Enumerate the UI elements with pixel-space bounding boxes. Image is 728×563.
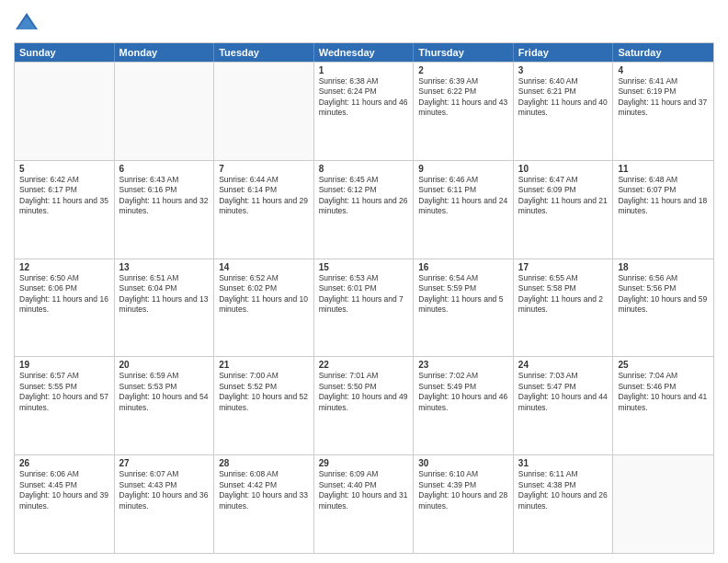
day-info: Sunrise: 6:52 AMSunset: 6:02 PMDaylight:… [219, 273, 309, 316]
day-info: Sunrise: 6:08 AMSunset: 4:42 PMDaylight:… [219, 469, 309, 511]
day-number: 24 [518, 360, 609, 370]
header-day-thursday: Thursday [414, 43, 514, 62]
day-number: 27 [119, 458, 210, 468]
day-info: Sunrise: 6:44 AMSunset: 6:14 PMDaylight:… [219, 175, 309, 217]
cal-cell: 29Sunrise: 6:09 AMSunset: 4:40 PMDayligh… [314, 455, 415, 553]
header-day-friday: Friday [514, 43, 614, 62]
day-number: 26 [19, 458, 109, 468]
cal-cell [115, 63, 215, 160]
week-row-1: 5Sunrise: 6:42 AMSunset: 6:17 PMDaylight… [15, 160, 713, 259]
cal-cell: 7Sunrise: 6:44 AMSunset: 6:14 PMDaylight… [214, 161, 314, 259]
logo-icon [14, 9, 40, 35]
day-info: Sunrise: 6:39 AMSunset: 6:22 PMDaylight:… [418, 76, 508, 119]
header-day-wednesday: Wednesday [314, 43, 415, 62]
day-info: Sunrise: 6:06 AMSunset: 4:45 PMDaylight:… [19, 469, 109, 511]
day-number: 21 [219, 360, 309, 370]
cal-cell: 9Sunrise: 6:46 AMSunset: 6:11 PMDaylight… [414, 161, 514, 259]
cal-cell: 14Sunrise: 6:52 AMSunset: 6:02 PMDayligh… [214, 259, 314, 357]
cal-cell [15, 63, 115, 160]
day-number: 4 [618, 65, 709, 75]
cal-cell: 31Sunrise: 6:11 AMSunset: 4:38 PMDayligh… [514, 455, 614, 553]
logo [14, 9, 43, 35]
day-number: 8 [319, 164, 409, 174]
day-info: Sunrise: 6:51 AMSunset: 6:04 PMDaylight:… [119, 273, 210, 316]
week-row-0: 1Sunrise: 6:38 AMSunset: 6:24 PMDaylight… [15, 62, 713, 160]
day-info: Sunrise: 6:56 AMSunset: 5:56 PMDaylight:… [618, 273, 709, 316]
day-info: Sunrise: 6:41 AMSunset: 6:19 PMDaylight:… [618, 76, 709, 119]
cal-cell: 27Sunrise: 6:07 AMSunset: 4:43 PMDayligh… [115, 455, 215, 553]
day-info: Sunrise: 6:40 AMSunset: 6:21 PMDaylight:… [518, 76, 609, 119]
cal-cell: 13Sunrise: 6:51 AMSunset: 6:04 PMDayligh… [115, 259, 215, 357]
day-number: 22 [319, 360, 409, 370]
cal-cell: 11Sunrise: 6:48 AMSunset: 6:07 PMDayligh… [613, 161, 713, 259]
cal-cell: 25Sunrise: 7:04 AMSunset: 5:46 PMDayligh… [613, 357, 713, 454]
week-row-2: 12Sunrise: 6:50 AMSunset: 6:06 PMDayligh… [15, 259, 713, 357]
week-row-4: 26Sunrise: 6:06 AMSunset: 4:45 PMDayligh… [15, 454, 713, 553]
header-day-monday: Monday [115, 43, 215, 62]
day-info: Sunrise: 6:47 AMSunset: 6:09 PMDaylight:… [518, 175, 609, 217]
day-number: 7 [219, 164, 309, 174]
header-day-sunday: Sunday [15, 43, 115, 62]
day-info: Sunrise: 6:43 AMSunset: 6:16 PMDaylight:… [119, 175, 210, 217]
cal-cell: 26Sunrise: 6:06 AMSunset: 4:45 PMDayligh… [15, 455, 115, 553]
day-info: Sunrise: 7:04 AMSunset: 5:46 PMDaylight:… [618, 371, 709, 413]
day-number: 15 [319, 262, 409, 272]
calendar-body: 1Sunrise: 6:38 AMSunset: 6:24 PMDaylight… [15, 62, 713, 553]
cal-cell: 20Sunrise: 6:59 AMSunset: 5:53 PMDayligh… [115, 357, 215, 454]
cal-cell: 23Sunrise: 7:02 AMSunset: 5:49 PMDayligh… [414, 357, 514, 454]
cal-cell: 8Sunrise: 6:45 AMSunset: 6:12 PMDaylight… [314, 161, 415, 259]
calendar-header: SundayMondayTuesdayWednesdayThursdayFrid… [15, 43, 713, 62]
day-number: 12 [19, 262, 109, 272]
day-info: Sunrise: 6:09 AMSunset: 4:40 PMDaylight:… [319, 469, 409, 511]
day-info: Sunrise: 6:38 AMSunset: 6:24 PMDaylight:… [319, 76, 409, 119]
cal-cell: 28Sunrise: 6:08 AMSunset: 4:42 PMDayligh… [214, 455, 314, 553]
day-number: 16 [418, 262, 508, 272]
day-number: 9 [418, 164, 508, 174]
day-number: 14 [219, 262, 309, 272]
header [14, 9, 714, 35]
day-info: Sunrise: 6:53 AMSunset: 6:01 PMDaylight:… [319, 273, 409, 316]
day-info: Sunrise: 6:57 AMSunset: 5:55 PMDaylight:… [19, 371, 109, 413]
cal-cell: 17Sunrise: 6:55 AMSunset: 5:58 PMDayligh… [514, 259, 614, 357]
day-number: 20 [119, 360, 210, 370]
day-number: 11 [618, 164, 709, 174]
day-number: 28 [219, 458, 309, 468]
cal-cell: 5Sunrise: 6:42 AMSunset: 6:17 PMDaylight… [15, 161, 115, 259]
day-info: Sunrise: 6:48 AMSunset: 6:07 PMDaylight:… [618, 175, 709, 217]
day-info: Sunrise: 7:02 AMSunset: 5:49 PMDaylight:… [418, 371, 508, 413]
cal-cell: 21Sunrise: 7:00 AMSunset: 5:52 PMDayligh… [214, 357, 314, 454]
day-info: Sunrise: 6:55 AMSunset: 5:58 PMDaylight:… [518, 273, 609, 316]
day-info: Sunrise: 6:50 AMSunset: 6:06 PMDaylight:… [19, 273, 109, 316]
day-number: 13 [119, 262, 210, 272]
day-number: 17 [518, 262, 609, 272]
cal-cell: 12Sunrise: 6:50 AMSunset: 6:06 PMDayligh… [15, 259, 115, 357]
day-info: Sunrise: 6:46 AMSunset: 6:11 PMDaylight:… [418, 175, 508, 217]
day-number: 1 [319, 65, 409, 75]
day-number: 6 [119, 164, 210, 174]
day-number: 23 [418, 360, 508, 370]
day-number: 3 [518, 65, 609, 75]
day-info: Sunrise: 6:45 AMSunset: 6:12 PMDaylight:… [319, 175, 409, 217]
cal-cell: 6Sunrise: 6:43 AMSunset: 6:16 PMDaylight… [115, 161, 215, 259]
day-number: 25 [618, 360, 709, 370]
week-row-3: 19Sunrise: 6:57 AMSunset: 5:55 PMDayligh… [15, 356, 713, 454]
cal-cell [214, 63, 314, 160]
day-number: 18 [618, 262, 709, 272]
cal-cell: 1Sunrise: 6:38 AMSunset: 6:24 PMDaylight… [314, 63, 415, 160]
calendar: SundayMondayTuesdayWednesdayThursdayFrid… [14, 42, 714, 554]
day-info: Sunrise: 6:42 AMSunset: 6:17 PMDaylight:… [19, 175, 109, 217]
cal-cell: 16Sunrise: 6:54 AMSunset: 5:59 PMDayligh… [414, 259, 514, 357]
day-info: Sunrise: 7:01 AMSunset: 5:50 PMDaylight:… [319, 371, 409, 413]
day-info: Sunrise: 6:10 AMSunset: 4:39 PMDaylight:… [418, 469, 508, 511]
day-info: Sunrise: 6:59 AMSunset: 5:53 PMDaylight:… [119, 371, 210, 413]
day-number: 30 [418, 458, 508, 468]
cal-cell: 3Sunrise: 6:40 AMSunset: 6:21 PMDaylight… [514, 63, 614, 160]
day-number: 5 [19, 164, 109, 174]
cal-cell [613, 455, 713, 553]
cal-cell: 18Sunrise: 6:56 AMSunset: 5:56 PMDayligh… [613, 259, 713, 357]
page: SundayMondayTuesdayWednesdayThursdayFrid… [0, 0, 728, 563]
cal-cell: 15Sunrise: 6:53 AMSunset: 6:01 PMDayligh… [314, 259, 415, 357]
cal-cell: 4Sunrise: 6:41 AMSunset: 6:19 PMDaylight… [613, 63, 713, 160]
day-number: 29 [319, 458, 409, 468]
day-info: Sunrise: 6:54 AMSunset: 5:59 PMDaylight:… [418, 273, 508, 316]
